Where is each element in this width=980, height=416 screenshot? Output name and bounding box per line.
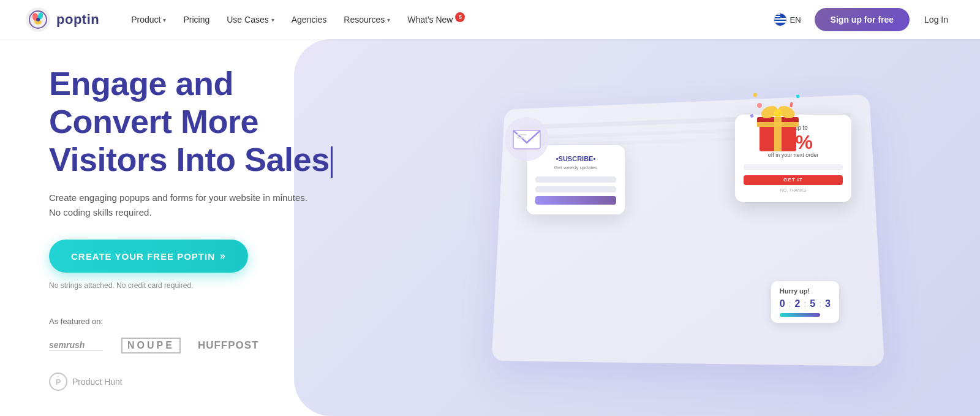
chevron-down-icon: ▾ <box>387 17 390 23</box>
nav-product[interactable]: Product ▾ <box>124 10 173 29</box>
signup-button[interactable]: Sign up for free <box>815 8 910 31</box>
featured-section: As featured on: semrush noupe HUFFPOST <box>49 317 343 391</box>
svg-rect-12 <box>774 18 780 20</box>
nav-whats-new[interactable]: What's New 5 <box>400 10 466 29</box>
svg-point-5 <box>36 18 40 21</box>
flag-icon <box>774 13 787 26</box>
producthunt-logo: P Product Hunt <box>49 373 123 391</box>
nav-resources[interactable]: Resources ▾ <box>336 10 398 29</box>
svg-rect-19 <box>753 93 758 97</box>
discount-email-input <box>744 164 843 170</box>
noupe-logo: noupe <box>121 338 181 354</box>
header-right: EN Sign up for free Log In <box>767 8 956 31</box>
svg-rect-18 <box>517 137 524 138</box>
language-selector[interactable]: EN <box>767 8 807 31</box>
language-label: EN <box>790 15 801 25</box>
hero-section: Engage and Convert More Visitors Into Sa… <box>0 39 980 416</box>
featured-label: As featured on: <box>49 317 343 326</box>
gift-box-icon <box>747 90 809 160</box>
chevron-down-icon: ▾ <box>163 17 166 23</box>
nav-agencies[interactable]: Agencies <box>284 10 334 29</box>
huffpost-logo: HUFFPOST <box>198 339 259 352</box>
popup-submit-bar <box>535 196 616 205</box>
svg-rect-11 <box>774 16 780 17</box>
logo[interactable]: poptin <box>24 6 99 33</box>
cursor-blink <box>331 146 333 178</box>
main-nav: Product ▾ Pricing Use Cases ▾ Agencies R… <box>124 10 767 29</box>
arrows-icon: » <box>220 251 226 262</box>
header: poptin Product ▾ Pricing Use Cases ▾ Age… <box>0 0 980 39</box>
svg-rect-17 <box>517 134 527 135</box>
hero-subtitle: Create engaging popups and forms for you… <box>49 191 343 220</box>
cta-button[interactable]: CREATE YOUR FREE POPTIN » <box>49 240 248 273</box>
hero-right: •SUSCRIBE• Get weekly updates <box>380 39 980 416</box>
popup-input-bar-1 <box>535 176 616 183</box>
nav-pricing[interactable]: Pricing <box>176 10 217 29</box>
countdown-timer: 0 : 2 : 5 : 3 <box>780 298 831 309</box>
svg-rect-20 <box>796 94 800 98</box>
logo-text: poptin <box>56 12 99 28</box>
featured-logos: semrush noupe HUFFPOST P Product Hunt <box>49 336 343 391</box>
whats-new-badge: 5 <box>455 12 465 22</box>
email-icon <box>502 115 551 164</box>
svg-point-22 <box>757 103 762 108</box>
nav-use-cases[interactable]: Use Cases ▾ <box>219 10 281 29</box>
login-button[interactable]: Log In <box>917 10 956 29</box>
logo-icon <box>24 6 51 33</box>
hero-left: Engage and Convert More Visitors Into Sa… <box>0 39 380 416</box>
ph-circle-icon: P <box>49 373 67 391</box>
svg-point-30 <box>774 109 782 118</box>
countdown-progress-bar <box>780 313 821 317</box>
semrush-logo: semrush <box>49 336 104 355</box>
mockup-container: •SUSCRIBE• Get weekly updates <box>490 96 870 360</box>
get-it-button: GET IT <box>744 175 843 185</box>
chevron-down-icon: ▾ <box>271 17 274 23</box>
svg-rect-10 <box>774 13 780 15</box>
hero-title: Engage and Convert More Visitors Into Sa… <box>49 64 343 178</box>
no-strings-text: No strings attached. No credit card requ… <box>49 281 343 290</box>
svg-rect-21 <box>790 102 793 107</box>
svg-rect-8 <box>774 21 787 23</box>
svg-rect-23 <box>750 113 754 118</box>
hurry-up-popup: Hurry up! 0 : 2 : 5 : 3 <box>771 281 839 323</box>
svg-text:semrush: semrush <box>49 340 85 350</box>
popup-input-bar-2 <box>535 186 616 192</box>
svg-rect-27 <box>757 122 799 127</box>
